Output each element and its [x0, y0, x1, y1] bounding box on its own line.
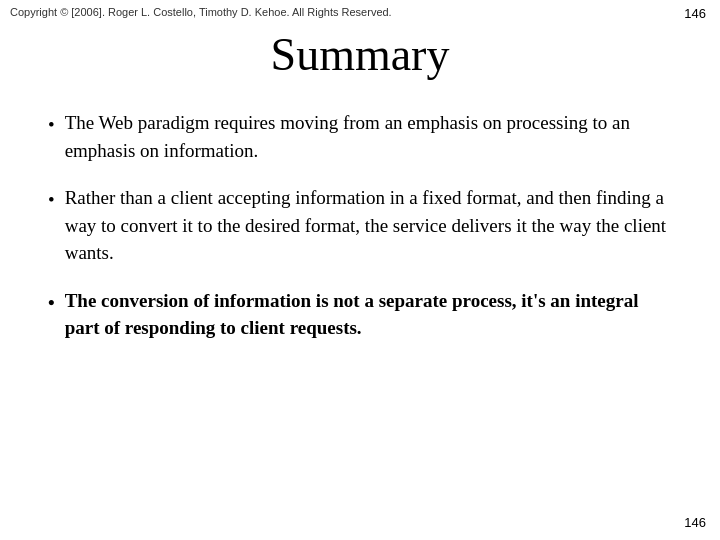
page-number-top: 146 [684, 6, 706, 21]
bullet-list: • The Web paradigm requires moving from … [48, 109, 672, 342]
bullet-item-3: • The conversion of information is not a… [48, 287, 672, 342]
bullet-item-1: • The Web paradigm requires moving from … [48, 109, 672, 164]
page-number-bottom: 146 [684, 515, 706, 530]
content-area: • The Web paradigm requires moving from … [0, 109, 720, 342]
bullet-item-2: • Rather than a client accepting informa… [48, 184, 672, 267]
bullet-marker-1: • [48, 111, 55, 139]
copyright-notice: Copyright © [2006]. Roger L. Costello, T… [0, 0, 720, 24]
bullet-marker-3: • [48, 289, 55, 317]
bullet-marker-2: • [48, 186, 55, 214]
page-title: Summary [0, 28, 720, 81]
